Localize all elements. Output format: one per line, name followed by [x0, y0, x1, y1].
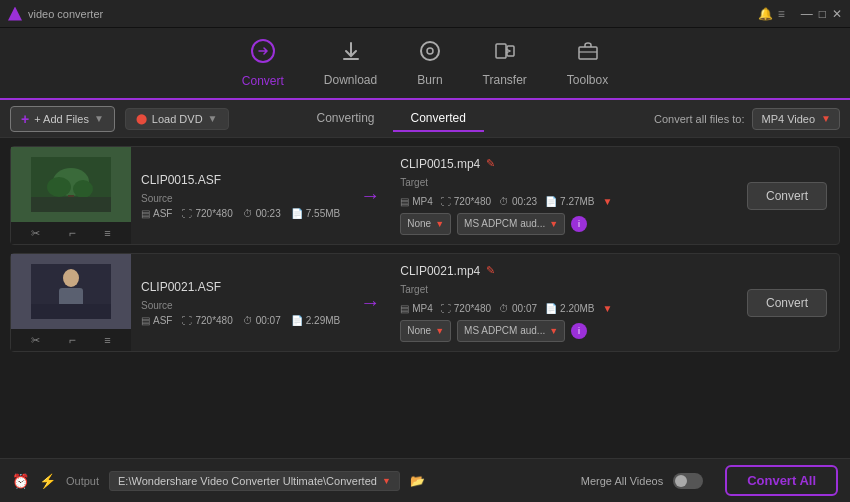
- svg-point-2: [427, 48, 433, 54]
- target-name-row-1: CLIP0015.mp4 ✎: [400, 157, 725, 171]
- toolbox-nav-icon: [576, 39, 600, 69]
- toolbar: + + Add Files ▼ ⬤ Load DVD ▼ Converting …: [0, 100, 850, 138]
- main-content: ✂ ⌐ ≡ CLIP0015.ASF Source ▤ ASF ⛶ 720*48…: [0, 138, 850, 458]
- thumbnail-controls-1: ✂ ⌐ ≡: [11, 222, 131, 244]
- format-icon-2: ▤: [141, 315, 150, 326]
- target-size-icon-2: 📄: [545, 303, 557, 314]
- nav-item-toolbox[interactable]: Toolbox: [567, 39, 608, 87]
- tab-group: Converting Converted: [299, 106, 484, 132]
- arrow-area-2: →: [350, 254, 390, 351]
- convert-button-1[interactable]: Convert: [747, 182, 827, 210]
- output-label: Output: [66, 475, 99, 487]
- target-format-icon-1: ▤: [400, 196, 409, 207]
- nav-item-download[interactable]: Download: [324, 39, 377, 87]
- trim-icon-1[interactable]: ✂: [31, 227, 40, 240]
- file-info-2: CLIP0021.ASF Source ▤ ASF ⛶ 720*480 ⏱ 00…: [131, 254, 350, 351]
- audio-preset-select-2[interactable]: None ▼: [400, 320, 451, 342]
- target-duration-1: ⏱ 00:23: [499, 196, 537, 207]
- audio-preset-select-1[interactable]: None ▼: [400, 213, 451, 235]
- crop-icon-1[interactable]: ⌐: [69, 226, 76, 240]
- toolbar-right: Convert all files to: MP4 Video ▼: [654, 108, 840, 130]
- target-resolution-2: ⛶ 720*480: [441, 303, 491, 314]
- target-row2-1: None ▼ MS ADPCM aud... ▼ i: [400, 213, 725, 235]
- target-res-icon-1: ⛶: [441, 196, 451, 207]
- resolution-icon-2: ⛶: [182, 315, 192, 326]
- close-button[interactable]: ✕: [832, 8, 842, 20]
- info-button-1[interactable]: i: [571, 216, 587, 232]
- tab-converted[interactable]: Converted: [393, 106, 484, 132]
- nav-item-burn[interactable]: Burn: [417, 39, 442, 87]
- navbar: Convert Download Burn Transfer: [0, 28, 850, 100]
- load-dvd-button[interactable]: ⬤ Load DVD ▼: [125, 108, 229, 130]
- info-button-2[interactable]: i: [571, 323, 587, 339]
- svg-rect-12: [31, 197, 111, 212]
- target-file-name-1: CLIP0015.mp4: [400, 157, 480, 171]
- add-files-button[interactable]: + + Add Files ▼: [10, 106, 115, 132]
- edit-target-icon-2[interactable]: ✎: [486, 264, 495, 277]
- convert-btn-area-1: Convert: [735, 147, 839, 244]
- titlebar-left: video converter: [8, 7, 103, 21]
- nav-label-toolbox: Toolbox: [567, 73, 608, 87]
- svg-point-1: [421, 42, 439, 60]
- edit-target-icon-1[interactable]: ✎: [486, 157, 495, 170]
- target-format-2: ▤ MP4: [400, 303, 433, 314]
- format-dropdown-arrow-icon: ▼: [821, 113, 831, 124]
- titlebar-notification-icon[interactable]: 🔔: [758, 7, 773, 21]
- meta-format-2: ▤ ASF: [141, 315, 172, 326]
- svg-rect-18: [31, 304, 111, 319]
- tab-converting[interactable]: Converting: [299, 106, 393, 132]
- duration-icon-1: ⏱: [243, 208, 253, 219]
- minimize-button[interactable]: —: [801, 8, 813, 20]
- titlebar-menu-icon[interactable]: ≡: [778, 7, 785, 21]
- titlebar-window-controls: — □ ✕: [801, 8, 842, 20]
- bottom-icons: ⏰ ⚡: [12, 473, 56, 489]
- file-thumbnail-2: ✂ ⌐ ≡: [11, 254, 131, 351]
- target-format-dropdown-icon-2[interactable]: ▼: [603, 303, 613, 314]
- convert-all-button[interactable]: Convert All: [725, 465, 838, 496]
- output-path[interactable]: E:\Wondershare Video Converter Ultimate\…: [109, 471, 400, 491]
- maximize-button[interactable]: □: [819, 8, 826, 20]
- target-meta-2: ▤ MP4 ⛶ 720*480 ⏱ 00:07 📄 2.20MB ▼: [400, 303, 725, 314]
- target-size-1: 📄 7.27MB: [545, 196, 594, 207]
- audio-codec-select-1[interactable]: MS ADPCM aud... ▼: [457, 213, 565, 235]
- target-meta-1: ▤ MP4 ⛶ 720*480 ⏱ 00:23 📄 7.27MB ▼: [400, 196, 725, 207]
- trim-icon-2[interactable]: ✂: [31, 334, 40, 347]
- target-name-row-2: CLIP0021.mp4 ✎: [400, 264, 725, 278]
- svg-point-9: [47, 177, 71, 197]
- meta-resolution-2: ⛶ 720*480: [182, 315, 232, 326]
- app-logo-icon: [8, 7, 22, 21]
- target-label-1: Target: [400, 177, 725, 188]
- target-dur-icon-2: ⏱: [499, 303, 509, 314]
- effects-icon-1[interactable]: ≡: [104, 227, 110, 239]
- effects-icon-2[interactable]: ≡: [104, 334, 110, 346]
- thumbnail-controls-2: ✂ ⌐ ≡: [11, 329, 131, 351]
- nav-item-convert[interactable]: Convert: [242, 38, 284, 88]
- target-format-dropdown-icon-1[interactable]: ▼: [603, 196, 613, 207]
- crop-icon-2[interactable]: ⌐: [69, 333, 76, 347]
- merge-toggle[interactable]: [673, 473, 703, 489]
- file-source-name-1: CLIP0015.ASF: [141, 173, 340, 187]
- app-title: video converter: [28, 8, 103, 20]
- file-info-1: CLIP0015.ASF Source ▤ ASF ⛶ 720*480 ⏱ 00…: [131, 147, 350, 244]
- thumbnail-image-1: [11, 147, 131, 222]
- audio-codec-select-2[interactable]: MS ADPCM aud... ▼: [457, 320, 565, 342]
- target-res-icon-2: ⛶: [441, 303, 451, 314]
- open-folder-icon[interactable]: 📂: [410, 474, 425, 488]
- transfer-nav-icon: [493, 39, 517, 69]
- format-select[interactable]: MP4 Video ▼: [752, 108, 840, 130]
- clock-icon[interactable]: ⏰: [12, 473, 29, 489]
- meta-size-1: 📄 7.55MB: [291, 208, 340, 219]
- nav-item-transfer[interactable]: Transfer: [483, 39, 527, 87]
- file-target-2: CLIP0021.mp4 ✎ Target ▤ MP4 ⛶ 720*480 ⏱ …: [390, 254, 735, 351]
- lightning-icon[interactable]: ⚡: [39, 473, 56, 489]
- meta-duration-1: ⏱ 00:23: [243, 208, 281, 219]
- audio-preset-arrow-icon-1: ▼: [435, 219, 444, 229]
- target-label-2: Target: [400, 284, 725, 295]
- titlebar-controls: 🔔 ≡ — □ ✕: [758, 7, 842, 21]
- nav-label-convert: Convert: [242, 74, 284, 88]
- convert-nav-icon: [250, 38, 276, 70]
- resolution-icon-1: ⛶: [182, 208, 192, 219]
- meta-resolution-1: ⛶ 720*480: [182, 208, 232, 219]
- convert-button-2[interactable]: Convert: [747, 289, 827, 317]
- output-path-arrow-icon: ▼: [382, 476, 391, 486]
